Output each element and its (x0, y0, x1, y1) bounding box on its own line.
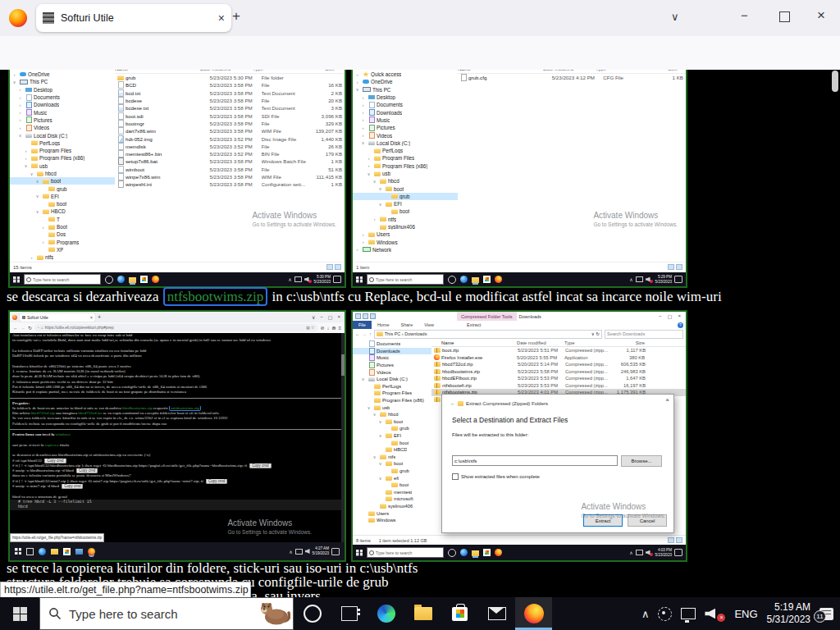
expander-icon: › (354, 80, 360, 84)
expander-icon: › (40, 240, 46, 244)
text: In folderele de boot create anterior in … (12, 406, 122, 410)
file-row: hbcdbootwims.zip 5/23/2023 5:58 PM Compr… (431, 368, 686, 376)
tree-item: ∨ HBCD (10, 208, 115, 215)
tree-item: ∨ hbcd (10, 170, 115, 177)
text: # if [ ! -f /opt/hbcd132/mini7.zip ]; th… (12, 479, 204, 483)
screenshot-explorer-grub: › Quick access › OneDrive ∨ This PC › (351, 70, 687, 288)
web-page: › OneDrive ∨ This PC › Desktop › (0, 70, 840, 597)
file-list-headers: NameDate modifiedTypeSize (431, 339, 686, 347)
tree-icon (374, 156, 381, 161)
file-explorer-icon (51, 549, 58, 555)
tree-icon (363, 80, 369, 84)
expander-icon: › (360, 133, 366, 138)
language-indicator[interactable]: ENG (734, 608, 757, 620)
expander-icon: ∨ (366, 405, 372, 410)
expander-icon: ∨ (377, 202, 383, 207)
new-tab-button[interactable]: + (232, 8, 240, 25)
expander-icon: ∨ (372, 179, 377, 184)
tree-item: syslinux406 (353, 223, 458, 231)
clock[interactable]: 5:19 AM5/31/2023 (767, 601, 810, 626)
window-maximize-button[interactable] (779, 11, 790, 22)
file-icon (434, 348, 441, 353)
tree-icon (386, 202, 392, 207)
file-icon (434, 362, 441, 367)
tree-icon (391, 482, 398, 487)
tree-icon (386, 433, 392, 438)
blue-folder-icon (75, 549, 83, 555)
text: in configfile-uri e variabila $hdd, daca… (12, 338, 271, 342)
mute-badge-icon: × (717, 614, 725, 622)
firefox-icon (88, 548, 95, 555)
tree-icon (363, 247, 371, 252)
expander-icon: ∨ (377, 461, 383, 466)
tab-close-icon[interactable]: × (218, 11, 225, 25)
notifications-icon (333, 276, 341, 283)
tree-item: ∨ ntfs (353, 454, 431, 461)
volume-muted-icon[interactable] (705, 609, 715, 619)
store-button[interactable] (441, 597, 478, 630)
window-minimize-button[interactable]: − (741, 8, 748, 22)
meet-now-icon[interactable] (658, 607, 672, 621)
window-close-button[interactable]: × (817, 7, 825, 24)
start-button[interactable] (0, 597, 39, 630)
screenshot-explorer-downloads: Compressed Folder Tools Downloads −▢× Fi… (351, 310, 687, 562)
tree-item: › Videos (10, 124, 115, 131)
notifications-icon[interactable]: 11 (819, 608, 833, 620)
expander-icon: ∨ (366, 171, 372, 176)
tree-icon (25, 134, 32, 138)
tree-item: › Documents (353, 101, 458, 108)
text: Din arhiva (12, 411, 31, 415)
tree-item: XP (10, 246, 115, 253)
tree-icon (368, 377, 375, 381)
mail-button[interactable] (478, 597, 515, 630)
tree-item: ∨ efi (353, 474, 431, 482)
tree-icon (37, 171, 43, 176)
tree-item: PerfLogs (353, 147, 458, 154)
network-icon (636, 276, 643, 282)
hidden-icons-chevron[interactable]: ∧ (641, 608, 650, 620)
tree-item: › OneDrive (353, 78, 458, 85)
tree-item: Users (353, 509, 431, 517)
text: La folosirea DaRT-urilor trebuie utiliza… (12, 349, 146, 353)
search-highlight-otter-image[interactable] (258, 598, 290, 628)
expander-icon: › (17, 87, 23, 92)
tree-item: boot (353, 208, 458, 215)
file-row: winpe7x86.wim 5/23/2023 3:58 PM WIM File… (115, 173, 345, 180)
tab-list-chevron-icon[interactable]: ∨ (671, 11, 679, 23)
search-box: Type here to search (24, 274, 101, 285)
tree-item: grub (353, 425, 431, 432)
file-icon (118, 173, 124, 180)
tree-icon (386, 447, 392, 452)
tree-item: ∨ Local Disk (C:) (10, 131, 115, 139)
extract-button: Extract (583, 514, 623, 527)
expander-icon: › (17, 126, 23, 130)
network-icon[interactable] (681, 608, 696, 619)
tree-icon (369, 340, 375, 347)
browser-nav-bar: ← → ↻ https://utile.elt.ro/copierekituri… (0, 36, 840, 71)
file-icon (118, 120, 124, 127)
tree-item: PerfLogs (10, 139, 115, 147)
text: Kiturile pot fi copiate partial, nu e ne… (12, 390, 186, 394)
file-row: hbcdEFIboot.zip 5/23/2023 5:53 PM Compre… (431, 375, 686, 382)
browser-tab[interactable]: Softuri Utile × (36, 4, 231, 32)
edge-button[interactable] (368, 597, 404, 630)
tree-icon (43, 194, 49, 199)
status-bar: 8 items1 item selected 1.12 GB (353, 535, 686, 545)
firefox-button[interactable] (515, 597, 552, 630)
firefox-logo-icon (12, 315, 17, 320)
tree-icon (363, 87, 371, 92)
file-row: bcd.txt 5/23/2023 3:58 PM Text Document … (115, 89, 345, 97)
tree-item: ∨ boot (353, 418, 431, 426)
tree-icon (26, 125, 32, 131)
cortana-button[interactable] (294, 597, 331, 630)
file-explorer-button[interactable] (404, 597, 441, 630)
tree-icon (43, 179, 49, 184)
tree-item: Videos (353, 368, 431, 376)
page-scrollbar[interactable] (832, 71, 838, 92)
download-link[interactable]: ntfsbootwims.zip (163, 287, 268, 306)
file-row: hdt-052.img 5/23/2023 3:52 PM Disc Image… (115, 135, 345, 142)
tree-item: microsoft (353, 495, 431, 503)
task-view-button[interactable] (331, 597, 368, 630)
taskbar-search-box[interactable]: Type here to search (39, 597, 294, 630)
tree-icon (374, 171, 381, 176)
